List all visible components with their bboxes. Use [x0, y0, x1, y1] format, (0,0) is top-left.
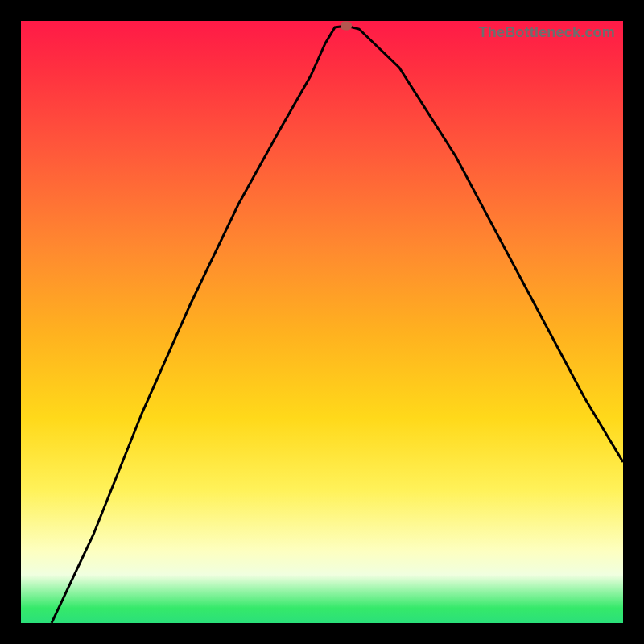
chart-frame: TheBottleneck.com [0, 0, 644, 644]
curve-path [52, 26, 623, 623]
bottleneck-curve [21, 21, 623, 623]
plot-area: TheBottleneck.com [21, 21, 623, 623]
optimal-point-marker [341, 22, 352, 31]
